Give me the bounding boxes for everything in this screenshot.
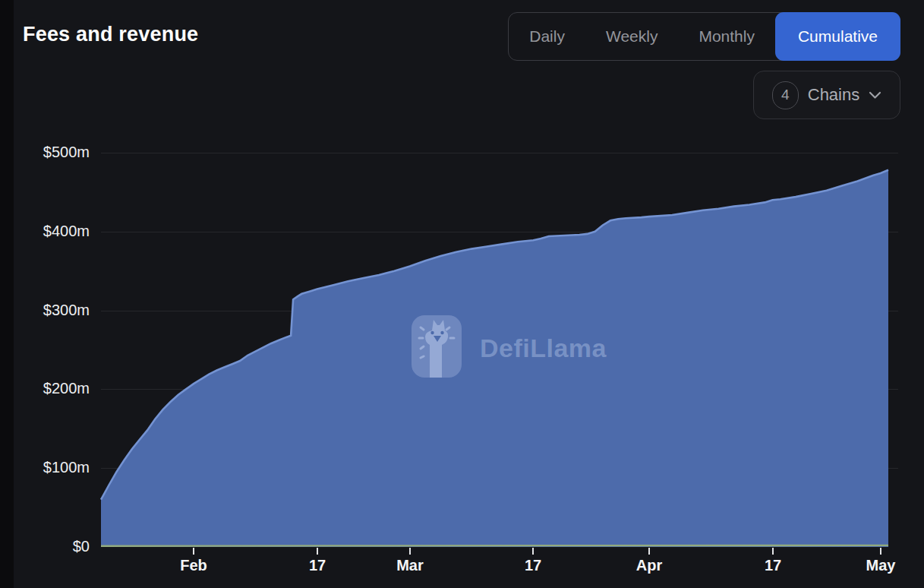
- fees-area: [101, 170, 888, 547]
- revenue-line: [101, 545, 888, 546]
- fees-revenue-chart[interactable]: [0, 0, 924, 588]
- fees-revenue-panel: Fees and revenue Daily Weekly Monthly Cu…: [0, 0, 924, 588]
